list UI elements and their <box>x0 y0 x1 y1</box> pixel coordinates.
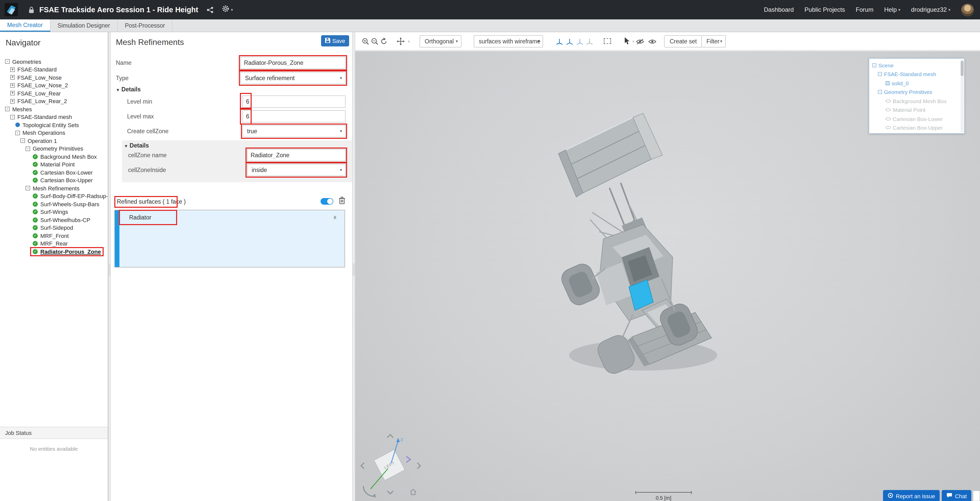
home-view-icon[interactable] <box>409 488 417 497</box>
report-issue-button[interactable]: Report an issue <box>883 490 940 501</box>
nav-public-projects[interactable]: Public Projects <box>804 6 845 13</box>
details-section-header[interactable]: ▼Details <box>116 86 141 92</box>
show-selection-icon[interactable] <box>648 39 656 45</box>
scene-item-geometry-primitives[interactable]: -Geometry Primitives <box>869 87 964 97</box>
widget-launcher[interactable] <box>973 490 980 501</box>
nav-dashboard[interactable]: Dashboard <box>764 6 794 13</box>
avatar[interactable] <box>961 3 974 16</box>
nav-help[interactable]: Help ▾ <box>884 6 900 13</box>
scene-item-fsae-standard-mesh[interactable]: -FSAE-Standard mesh <box>869 70 964 79</box>
zoom-out-icon[interactable] <box>371 38 378 45</box>
collapse-icon[interactable]: - <box>25 186 30 191</box>
tree-item-geometries[interactable]: -Geometries <box>0 58 108 65</box>
scene-item-cartesian-box-upper[interactable]: Cartesian Box-Upper <box>869 123 964 132</box>
hide-selection-icon[interactable] <box>636 39 644 45</box>
tree-item-fsae-low-nose[interactable]: +FSAE_Low_Nose <box>0 73 108 81</box>
sub-details-section-header[interactable]: ▼Details <box>124 142 149 148</box>
splitter-grip[interactable] <box>353 263 355 276</box>
filter-dropdown[interactable]: Filter ▾ <box>701 35 726 48</box>
axes-secondary-icon[interactable] <box>576 38 584 45</box>
chevron-down-icon[interactable]: ▾ <box>408 39 410 44</box>
job-status-header[interactable]: Job Status <box>0 427 108 439</box>
save-button[interactable]: Save <box>321 35 349 46</box>
collapse-icon[interactable]: - <box>10 115 15 119</box>
cellzone-name-input[interactable] <box>247 149 345 161</box>
remove-surface-button[interactable]: x <box>334 214 336 220</box>
tree-item-fsae-standard-mesh[interactable]: -FSAE-Standard mesh <box>0 113 108 121</box>
scene-item-solid-0[interactable]: solid_0 <box>869 79 964 87</box>
user-menu[interactable]: drodriguez32 ▾ <box>911 6 950 13</box>
nav-forum[interactable]: Forum <box>856 6 873 13</box>
solid-icon[interactable] <box>886 81 890 85</box>
tree-item-surf-wings[interactable]: ✓Surf-Wings <box>0 208 108 216</box>
scene-tree-scrollbar[interactable] <box>961 60 964 132</box>
pan-tool-icon[interactable] <box>396 37 405 45</box>
expand-icon[interactable]: + <box>10 99 15 103</box>
tree-item-surf-sidepod[interactable]: ✓Surf-Sidepod <box>0 224 108 232</box>
tree-item-surf-wheels-susp-bars[interactable]: ✓Surf-Wheels-Susp-Bars <box>0 200 108 208</box>
tree-item-mrf-front[interactable]: ✓MRF_Front <box>0 232 108 240</box>
collapse-icon[interactable]: - <box>872 63 877 67</box>
chat-button[interactable]: Chat <box>942 490 972 501</box>
splitter-right[interactable] <box>352 32 355 501</box>
render-mode-select[interactable]: surfaces with wireframe ▾ <box>474 35 543 48</box>
clip-plane-icon[interactable] <box>555 38 563 45</box>
name-input[interactable] <box>240 57 345 69</box>
scene-item-background-mesh-box[interactable]: Background Mesh Box <box>869 97 964 105</box>
tree-item-surf-body-diff-ep-radsup-d-[interactable]: ✓Surf-Body-Diff-EP-Radsup-D... <box>0 192 108 200</box>
viewport-3d[interactable]: ▾ Orthogonal ▾ surfaces with wireframe ▾… <box>355 32 980 501</box>
tree-item-geometry-primitives[interactable]: -Geometry Primitives <box>0 145 108 153</box>
level-max-input[interactable] <box>242 110 345 122</box>
expand-icon[interactable]: + <box>10 83 15 88</box>
tree-item-meshes[interactable]: -Meshes <box>0 105 108 113</box>
cellzone-inside-select[interactable]: inside ▾ <box>247 164 345 176</box>
create-set-button[interactable]: Create set <box>664 35 702 48</box>
scene-item-cartesian-box-lower[interactable]: Cartesian Box-Lower <box>869 115 964 123</box>
tree-item-topological-entity-sets[interactable]: Topological Entity Sets <box>0 121 108 129</box>
tree-item-fsae-low-nose-2[interactable]: +FSAE_Low_Nose_2 <box>0 81 108 89</box>
collapse-icon[interactable]: - <box>25 146 30 151</box>
tab-simulation-designer[interactable]: Simulation Designer <box>50 19 118 32</box>
scene-item-material-point[interactable]: Material Point <box>869 105 964 115</box>
expand-icon[interactable]: + <box>10 75 15 80</box>
tree-item-fsae-low-rear[interactable]: +FSAE_Low_Rear <box>0 89 108 97</box>
tree-item-radiator-porous-zone[interactable]: ✓Radiator-Porous_Zone <box>0 248 108 256</box>
collapse-icon[interactable]: - <box>21 138 25 143</box>
visibility-icon[interactable] <box>886 108 891 111</box>
tree-item-surf-wheelhubs-cp[interactable]: ✓Surf-Wheelhubs-CP <box>0 216 108 224</box>
tab-post-processor[interactable]: Post-Processor <box>118 19 172 32</box>
orientation-widget[interactable]: LEFT Z <box>360 432 426 501</box>
box-select-icon[interactable] <box>604 38 611 44</box>
tree-item-cartesian-box-lower[interactable]: ✓Cartesian Box-Lower <box>0 169 108 177</box>
visibility-icon[interactable] <box>886 100 891 103</box>
axes-disabled-icon[interactable] <box>585 38 593 45</box>
app-logo-icon[interactable] <box>5 3 18 16</box>
scene-item-scene[interactable]: -Scene <box>869 61 964 70</box>
refresh-view-icon[interactable] <box>380 38 387 45</box>
collapse-icon[interactable]: - <box>878 72 882 76</box>
collapse-icon[interactable]: - <box>5 107 10 111</box>
tab-mesh-creator[interactable]: Mesh Creator <box>0 19 50 32</box>
axes-triad-icon[interactable] <box>566 38 574 45</box>
scrollbar-thumb[interactable] <box>961 61 964 76</box>
delete-refinement-icon[interactable] <box>339 197 345 206</box>
tree-item-cartesian-box-upper[interactable]: ✓Cartesian Box-Upper <box>0 177 108 184</box>
tree-item-operation-1[interactable]: -Operation 1 <box>0 137 108 145</box>
tree-item-mesh-refinements[interactable]: -Mesh Refinements <box>0 184 108 192</box>
tree-item-mesh-operations[interactable]: -Mesh Operations <box>0 129 108 137</box>
type-select[interactable]: Surface refinement ▾ <box>240 72 345 84</box>
visibility-icon[interactable] <box>886 118 891 121</box>
chevron-down-icon[interactable]: ▾ <box>632 39 635 44</box>
zoom-in-icon[interactable] <box>362 38 369 45</box>
tree-item-mrf-rear[interactable]: ✓MRF_Rear <box>0 240 108 248</box>
fsae-car-model[interactable] <box>556 110 760 381</box>
collapse-icon[interactable]: - <box>5 59 10 64</box>
visibility-icon[interactable] <box>886 126 891 129</box>
refined-surfaces-toggle[interactable] <box>321 198 333 205</box>
splitter-left[interactable] <box>108 32 111 501</box>
tree-item-material-point[interactable]: ✓Material Point <box>0 161 108 169</box>
splitter-grip[interactable] <box>109 263 110 276</box>
refined-surface-item[interactable]: Radiator <box>129 215 151 221</box>
projection-select[interactable]: Orthogonal ▾ <box>420 35 461 48</box>
share-icon[interactable] <box>207 6 213 13</box>
